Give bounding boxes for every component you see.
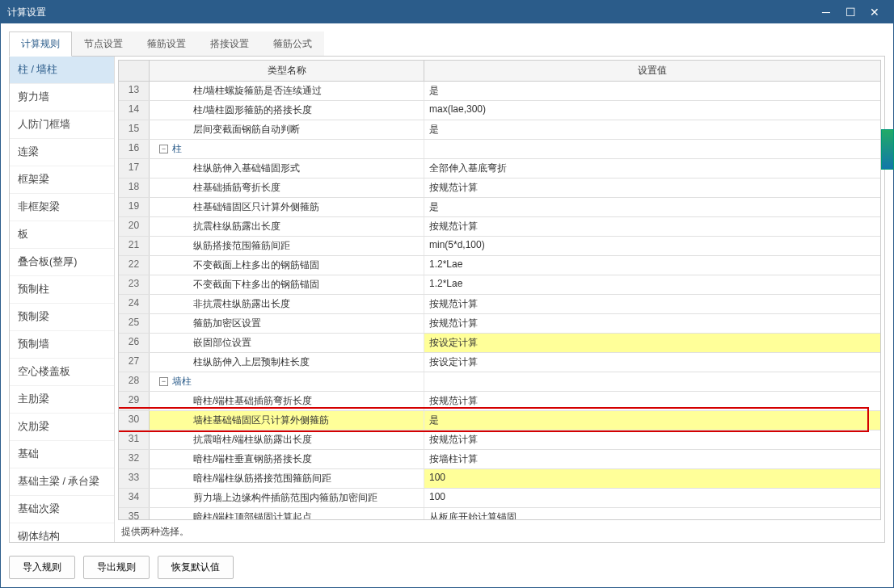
- row-value[interactable]: 按墙柱计算: [424, 450, 880, 468]
- row-number: 34: [119, 489, 150, 507]
- row-value[interactable]: [424, 372, 880, 391]
- row-value[interactable]: 从板底开始计算锚固: [424, 508, 880, 520]
- table-row[interactable]: 18柱基础插筋弯折长度按规范计算: [119, 178, 880, 198]
- rule-name: 箍筋加密区设置: [153, 317, 261, 330]
- table-row[interactable]: 35暗柱/端柱顶部锚固计算起点从板底开始计算锚固: [119, 508, 880, 520]
- sidebar-item-13[interactable]: 次肋梁: [10, 414, 114, 441]
- row-value[interactable]: 按规范计算: [424, 430, 880, 449]
- collapse-icon[interactable]: −: [159, 145, 168, 153]
- sidebar-item-17[interactable]: 砌体结构: [10, 523, 114, 542]
- tab-3[interactable]: 搭接设置: [198, 32, 261, 56]
- sidebar-item-5[interactable]: 非框架梁: [10, 194, 114, 221]
- table-row[interactable]: 30墙柱基础锚固区只计算外侧箍筋是: [119, 411, 880, 430]
- table-row[interactable]: 25箍筋加密区设置按规范计算: [119, 314, 880, 334]
- table-row[interactable]: 31抗震暗柱/端柱纵筋露出长度按规范计算: [119, 430, 880, 450]
- row-value[interactable]: 按设定计算: [424, 334, 880, 352]
- row-value[interactable]: min(5*d,100): [424, 237, 880, 255]
- row-value[interactable]: 是: [424, 120, 880, 139]
- table-row[interactable]: 15层间变截面钢筋自动判断是: [119, 120, 880, 140]
- row-value[interactable]: 按规范计算: [424, 178, 880, 197]
- collapse-icon[interactable]: −: [159, 377, 168, 386]
- table-row[interactable]: 26嵌固部位设置按设定计算: [119, 334, 880, 353]
- row-value[interactable]: 1.2*Lae: [424, 256, 880, 275]
- table-row[interactable]: 33暗柱/端柱纵筋搭接范围箍筋间距100: [119, 469, 880, 489]
- maximize-button[interactable]: ☐: [838, 4, 862, 20]
- table-row[interactable]: 16−柱: [119, 140, 880, 159]
- group-label: 墙柱: [172, 375, 192, 388]
- sidebar-item-7[interactable]: 叠合板(整厚): [10, 249, 114, 276]
- table-row[interactable]: 28−墙柱: [119, 372, 880, 392]
- tab-0[interactable]: 计算规则: [9, 32, 72, 57]
- table-row[interactable]: 21纵筋搭接范围箍筋间距min(5*d,100): [119, 237, 880, 256]
- table-row[interactable]: 20抗震柱纵筋露出长度按规范计算: [119, 217, 880, 237]
- row-value[interactable]: 按规范计算: [424, 217, 880, 236]
- rule-name: 柱/墙柱螺旋箍筋是否连续通过: [153, 84, 322, 98]
- row-name: 不变截面下柱多出的钢筋锚固: [150, 275, 424, 294]
- sidebar-item-4[interactable]: 框架梁: [10, 166, 114, 194]
- sidebar-item-2[interactable]: 人防门框墙: [10, 111, 114, 139]
- table-row[interactable]: 32暗柱/端柱垂直钢筋搭接长度按墙柱计算: [119, 450, 880, 469]
- sidebar-item-14[interactable]: 基础: [10, 441, 114, 468]
- table-row[interactable]: 22不变截面上柱多出的钢筋锚固1.2*Lae: [119, 256, 880, 275]
- titlebar: 计算设置 ─ ☐ ✕: [1, 1, 893, 23]
- table-row[interactable]: 17柱纵筋伸入基础锚固形式全部伸入基底弯折: [119, 159, 880, 178]
- row-value[interactable]: max(lae,300): [424, 101, 880, 120]
- row-name: −墙柱: [150, 372, 424, 391]
- import-rules-button[interactable]: 导入规则: [9, 556, 75, 579]
- content-area: 计算规则节点设置箍筋设置搭接设置箍筋公式 柱 / 墙柱剪力墙人防门框墙连梁框架梁…: [1, 23, 893, 549]
- row-value[interactable]: 全部伸入基底弯折: [424, 159, 880, 178]
- window: 计算设置 ─ ☐ ✕ 计算规则节点设置箍筋设置搭接设置箍筋公式 柱 / 墙柱剪力…: [0, 0, 894, 588]
- row-value[interactable]: [424, 140, 880, 158]
- table-row[interactable]: 19柱基础锚固区只计算外侧箍筋是: [119, 198, 880, 217]
- sidebar-item-10[interactable]: 预制墙: [10, 331, 114, 359]
- sidebar-item-9[interactable]: 预制梁: [10, 304, 114, 331]
- side-widget[interactable]: [881, 129, 894, 170]
- rules-grid[interactable]: 类型名称 设置值 13柱/墙柱螺旋箍筋是否连续通过是14柱/墙柱圆形箍筋的搭接长…: [118, 60, 881, 520]
- close-button[interactable]: ✕: [862, 4, 887, 20]
- table-row[interactable]: 24非抗震柱纵筋露出长度按规范计算: [119, 295, 880, 314]
- sidebar-item-11[interactable]: 空心楼盖板: [10, 359, 114, 386]
- row-value[interactable]: 是: [424, 411, 880, 430]
- header-rownum: [119, 61, 150, 81]
- tab-1[interactable]: 节点设置: [72, 32, 135, 56]
- minimize-button[interactable]: ─: [814, 4, 838, 20]
- sidebar-item-8[interactable]: 预制柱: [10, 276, 114, 304]
- row-value[interactable]: 100: [424, 469, 880, 488]
- window-title: 计算设置: [7, 6, 814, 19]
- tab-2[interactable]: 箍筋设置: [135, 32, 198, 56]
- sidebar-item-12[interactable]: 主肋梁: [10, 386, 114, 414]
- table-row[interactable]: 13柱/墙柱螺旋箍筋是否连续通过是: [119, 82, 880, 101]
- row-value[interactable]: 是: [424, 82, 880, 100]
- table-row[interactable]: 34剪力墙上边缘构件插筋范围内箍筋加密间距100: [119, 489, 880, 508]
- row-number: 17: [119, 159, 150, 178]
- tab-4[interactable]: 箍筋公式: [261, 32, 324, 56]
- row-value[interactable]: 按规范计算: [424, 295, 880, 313]
- sidebar-item-15[interactable]: 基础主梁 / 承台梁: [10, 468, 114, 496]
- row-number: 22: [119, 256, 150, 275]
- table-row[interactable]: 23不变截面下柱多出的钢筋锚固1.2*Lae: [119, 275, 880, 295]
- table-row[interactable]: 27柱纵筋伸入上层预制柱长度按设定计算: [119, 353, 880, 372]
- restore-defaults-button[interactable]: 恢复默认值: [158, 556, 234, 579]
- sidebar-item-16[interactable]: 基础次梁: [10, 496, 114, 523]
- export-rules-button[interactable]: 导出规则: [83, 556, 150, 579]
- row-value[interactable]: 按设定计算: [424, 353, 880, 372]
- sidebar-item-0[interactable]: 柱 / 墙柱: [10, 57, 114, 84]
- row-value[interactable]: 按规范计算: [424, 314, 880, 333]
- row-value[interactable]: 是: [424, 198, 880, 216]
- sidebar-item-1[interactable]: 剪力墙: [10, 84, 114, 111]
- sidebar-item-3[interactable]: 连梁: [10, 139, 114, 166]
- table-row[interactable]: 29暗柱/端柱基础插筋弯折长度按规范计算: [119, 392, 880, 411]
- group-label: 柱: [172, 142, 182, 156]
- tab-bar: 计算规则节点设置箍筋设置搭接设置箍筋公式: [9, 32, 885, 57]
- row-name: 嵌固部位设置: [150, 334, 424, 352]
- row-value[interactable]: 1.2*Lae: [424, 275, 880, 294]
- table-row[interactable]: 14柱/墙柱圆形箍筋的搭接长度max(lae,300): [119, 101, 880, 120]
- tab-pane: 柱 / 墙柱剪力墙人防门框墙连梁框架梁非框架梁板叠合板(整厚)预制柱预制梁预制墙…: [9, 57, 885, 543]
- row-value[interactable]: 100: [424, 489, 880, 507]
- row-name: 柱/墙柱螺旋箍筋是否连续通过: [150, 82, 424, 100]
- rule-name: 暗柱/端柱纵筋搭接范围箍筋间距: [153, 472, 331, 485]
- grid-body: 13柱/墙柱螺旋箍筋是否连续通过是14柱/墙柱圆形箍筋的搭接长度max(lae,…: [119, 82, 880, 520]
- sidebar-item-6[interactable]: 板: [10, 221, 114, 249]
- row-value[interactable]: 按规范计算: [424, 392, 880, 410]
- row-name: 暗柱/端柱垂直钢筋搭接长度: [150, 450, 424, 468]
